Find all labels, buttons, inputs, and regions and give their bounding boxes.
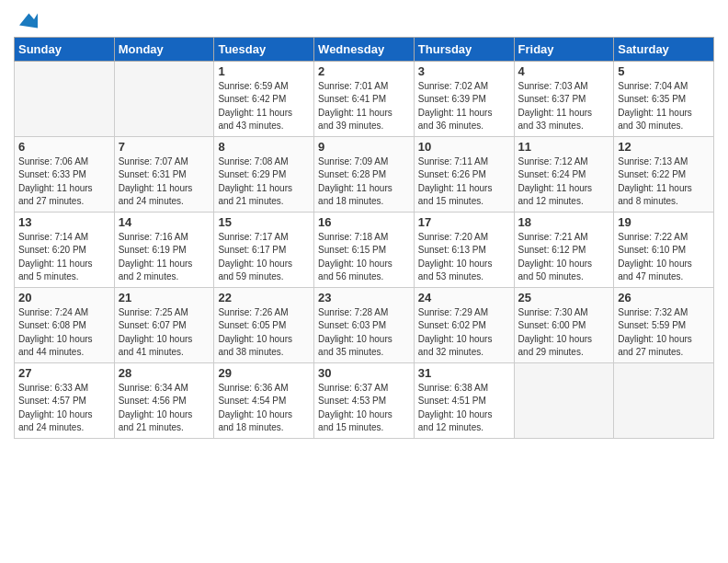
day-number: 22 bbox=[218, 291, 310, 304]
day-number: 29 bbox=[218, 366, 310, 380]
day-number: 9 bbox=[318, 140, 410, 154]
day-detail: Sunrise: 7:25 AM Sunset: 6:07 PM Dayligh… bbox=[119, 306, 210, 360]
day-cell bbox=[114, 61, 214, 136]
day-number: 25 bbox=[518, 291, 610, 304]
day-detail: Sunrise: 7:09 AM Sunset: 6:28 PM Dayligh… bbox=[318, 155, 410, 209]
day-cell: 30Sunrise: 6:37 AM Sunset: 4:53 PM Dayli… bbox=[314, 362, 415, 438]
page: SundayMondayTuesdayWednesdayThursdayFrid… bbox=[0, 0, 728, 448]
day-cell: 22Sunrise: 7:26 AM Sunset: 6:05 PM Dayli… bbox=[214, 287, 314, 362]
day-cell: 27Sunrise: 6:33 AM Sunset: 4:57 PM Dayli… bbox=[15, 362, 115, 438]
day-detail: Sunrise: 7:21 AM Sunset: 6:12 PM Dayligh… bbox=[518, 231, 610, 284]
day-detail: Sunrise: 7:04 AM Sunset: 6:35 PM Dayligh… bbox=[618, 80, 710, 133]
day-number: 24 bbox=[418, 291, 510, 304]
col-header-tuesday: Tuesday bbox=[214, 37, 314, 61]
day-cell: 16Sunrise: 7:18 AM Sunset: 6:15 PM Dayli… bbox=[314, 212, 415, 287]
logo-arrow-icon bbox=[16, 10, 38, 29]
day-cell: 11Sunrise: 7:12 AM Sunset: 6:24 PM Dayli… bbox=[514, 136, 614, 212]
day-number: 23 bbox=[318, 291, 410, 304]
col-header-sunday: Sunday bbox=[15, 37, 115, 61]
day-cell: 6Sunrise: 7:06 AM Sunset: 6:33 PM Daylig… bbox=[15, 136, 115, 212]
day-detail: Sunrise: 7:17 AM Sunset: 6:17 PM Dayligh… bbox=[218, 231, 310, 284]
week-row-5: 27Sunrise: 6:33 AM Sunset: 4:57 PM Dayli… bbox=[15, 362, 714, 438]
day-number: 18 bbox=[518, 215, 610, 229]
day-detail: Sunrise: 7:07 AM Sunset: 6:31 PM Dayligh… bbox=[119, 155, 210, 209]
day-cell: 3Sunrise: 7:02 AM Sunset: 6:39 PM Daylig… bbox=[414, 61, 514, 136]
day-cell: 13Sunrise: 7:14 AM Sunset: 6:20 PM Dayli… bbox=[15, 212, 115, 287]
day-detail: Sunrise: 7:03 AM Sunset: 6:37 PM Dayligh… bbox=[518, 80, 610, 133]
day-detail: Sunrise: 7:26 AM Sunset: 6:05 PM Dayligh… bbox=[218, 306, 310, 360]
day-detail: Sunrise: 7:32 AM Sunset: 5:59 PM Dayligh… bbox=[618, 306, 710, 360]
day-detail: Sunrise: 7:30 AM Sunset: 6:00 PM Dayligh… bbox=[518, 306, 610, 360]
day-number: 17 bbox=[418, 215, 510, 229]
day-detail: Sunrise: 6:36 AM Sunset: 4:54 PM Dayligh… bbox=[218, 382, 310, 435]
day-cell: 15Sunrise: 7:17 AM Sunset: 6:17 PM Dayli… bbox=[214, 212, 314, 287]
day-detail: Sunrise: 7:16 AM Sunset: 6:19 PM Dayligh… bbox=[119, 231, 210, 284]
col-header-saturday: Saturday bbox=[614, 37, 714, 61]
day-cell: 7Sunrise: 7:07 AM Sunset: 6:31 PM Daylig… bbox=[114, 136, 214, 212]
day-cell: 21Sunrise: 7:25 AM Sunset: 6:07 PM Dayli… bbox=[114, 287, 214, 362]
day-cell: 10Sunrise: 7:11 AM Sunset: 6:26 PM Dayli… bbox=[414, 136, 514, 212]
day-number: 6 bbox=[18, 140, 110, 154]
day-detail: Sunrise: 6:37 AM Sunset: 4:53 PM Dayligh… bbox=[318, 382, 410, 435]
day-cell: 4Sunrise: 7:03 AM Sunset: 6:37 PM Daylig… bbox=[514, 61, 614, 136]
day-number: 1 bbox=[218, 64, 310, 78]
week-row-4: 20Sunrise: 7:24 AM Sunset: 6:08 PM Dayli… bbox=[15, 287, 714, 362]
day-cell bbox=[15, 61, 115, 136]
day-cell: 5Sunrise: 7:04 AM Sunset: 6:35 PM Daylig… bbox=[614, 61, 714, 136]
week-row-1: 1Sunrise: 6:59 AM Sunset: 6:42 PM Daylig… bbox=[15, 61, 714, 136]
day-detail: Sunrise: 7:11 AM Sunset: 6:26 PM Dayligh… bbox=[418, 155, 510, 209]
day-cell: 25Sunrise: 7:30 AM Sunset: 6:00 PM Dayli… bbox=[514, 287, 614, 362]
week-row-2: 6Sunrise: 7:06 AM Sunset: 6:33 PM Daylig… bbox=[15, 136, 714, 212]
day-number: 5 bbox=[618, 64, 710, 78]
day-detail: Sunrise: 7:06 AM Sunset: 6:33 PM Dayligh… bbox=[18, 155, 110, 209]
day-cell: 2Sunrise: 7:01 AM Sunset: 6:41 PM Daylig… bbox=[314, 61, 415, 136]
day-number: 14 bbox=[119, 215, 210, 229]
day-number: 16 bbox=[318, 215, 410, 229]
col-header-wednesday: Wednesday bbox=[314, 37, 415, 61]
day-cell: 9Sunrise: 7:09 AM Sunset: 6:28 PM Daylig… bbox=[314, 136, 415, 212]
day-number: 11 bbox=[518, 140, 610, 154]
calendar-table: SundayMondayTuesdayWednesdayThursdayFrid… bbox=[14, 37, 714, 439]
svg-marker-0 bbox=[19, 13, 38, 28]
day-cell bbox=[514, 362, 614, 438]
day-number: 27 bbox=[18, 366, 110, 380]
day-cell: 29Sunrise: 6:36 AM Sunset: 4:54 PM Dayli… bbox=[214, 362, 314, 438]
day-number: 3 bbox=[418, 64, 510, 78]
day-number: 2 bbox=[318, 64, 410, 78]
day-detail: Sunrise: 7:20 AM Sunset: 6:13 PM Dayligh… bbox=[418, 231, 510, 284]
day-cell: 12Sunrise: 7:13 AM Sunset: 6:22 PM Dayli… bbox=[614, 136, 714, 212]
day-detail: Sunrise: 7:28 AM Sunset: 6:03 PM Dayligh… bbox=[318, 306, 410, 360]
day-number: 15 bbox=[218, 215, 310, 229]
day-detail: Sunrise: 7:14 AM Sunset: 6:20 PM Dayligh… bbox=[18, 231, 110, 284]
day-number: 19 bbox=[618, 215, 710, 229]
day-cell: 26Sunrise: 7:32 AM Sunset: 5:59 PM Dayli… bbox=[614, 287, 714, 362]
day-cell: 31Sunrise: 6:38 AM Sunset: 4:51 PM Dayli… bbox=[414, 362, 514, 438]
day-number: 21 bbox=[119, 291, 210, 304]
day-cell: 20Sunrise: 7:24 AM Sunset: 6:08 PM Dayli… bbox=[15, 287, 115, 362]
col-header-monday: Monday bbox=[114, 37, 214, 61]
day-detail: Sunrise: 7:18 AM Sunset: 6:15 PM Dayligh… bbox=[318, 231, 410, 284]
day-number: 13 bbox=[18, 215, 110, 229]
day-cell: 17Sunrise: 7:20 AM Sunset: 6:13 PM Dayli… bbox=[414, 212, 514, 287]
day-detail: Sunrise: 7:29 AM Sunset: 6:02 PM Dayligh… bbox=[418, 306, 510, 360]
logo bbox=[14, 9, 38, 29]
week-row-3: 13Sunrise: 7:14 AM Sunset: 6:20 PM Dayli… bbox=[15, 212, 714, 287]
day-cell: 28Sunrise: 6:34 AM Sunset: 4:56 PM Dayli… bbox=[114, 362, 214, 438]
day-detail: Sunrise: 7:01 AM Sunset: 6:41 PM Dayligh… bbox=[318, 80, 410, 133]
day-cell: 19Sunrise: 7:22 AM Sunset: 6:10 PM Dayli… bbox=[614, 212, 714, 287]
day-detail: Sunrise: 7:12 AM Sunset: 6:24 PM Dayligh… bbox=[518, 155, 610, 209]
day-number: 8 bbox=[218, 140, 310, 154]
day-number: 31 bbox=[418, 366, 510, 380]
day-detail: Sunrise: 7:08 AM Sunset: 6:29 PM Dayligh… bbox=[218, 155, 310, 209]
day-number: 30 bbox=[318, 366, 410, 380]
day-number: 7 bbox=[119, 140, 210, 154]
day-cell: 14Sunrise: 7:16 AM Sunset: 6:19 PM Dayli… bbox=[114, 212, 214, 287]
day-number: 12 bbox=[618, 140, 710, 154]
day-detail: Sunrise: 7:02 AM Sunset: 6:39 PM Dayligh… bbox=[418, 80, 510, 133]
header-row: SundayMondayTuesdayWednesdayThursdayFrid… bbox=[15, 37, 714, 61]
day-number: 20 bbox=[18, 291, 110, 304]
day-cell: 23Sunrise: 7:28 AM Sunset: 6:03 PM Dayli… bbox=[314, 287, 415, 362]
day-detail: Sunrise: 7:13 AM Sunset: 6:22 PM Dayligh… bbox=[618, 155, 710, 209]
day-number: 28 bbox=[119, 366, 210, 380]
day-cell: 18Sunrise: 7:21 AM Sunset: 6:12 PM Dayli… bbox=[514, 212, 614, 287]
